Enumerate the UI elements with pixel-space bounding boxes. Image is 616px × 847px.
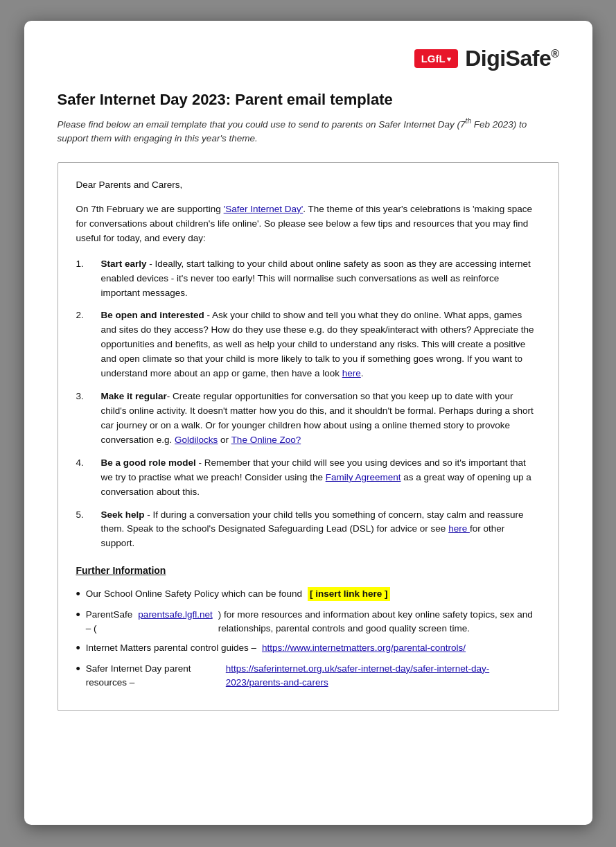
list-text-2b: .	[361, 368, 364, 378]
list-item-2: 2. Be open and interested - Ask your chi…	[76, 308, 540, 381]
list-num-2: 2.	[76, 308, 101, 323]
list-item-3: 3. Make it regular- Create regular oppor…	[76, 390, 540, 448]
internet-matters-link[interactable]: https://www.internetmatters.org/parental…	[262, 641, 466, 655]
goldilocks-link[interactable]: Goldilocks	[175, 435, 218, 445]
page-title: Safer Internet Day 2023: Parent email te…	[58, 91, 559, 109]
bullet-text-2a: ParentSafe – (	[86, 608, 133, 636]
email-box: Dear Parents and Carers, On 7th February…	[58, 162, 559, 711]
list-bold-4: Be a good role model	[101, 457, 196, 468]
page: LGfL♥ DigiSafe® Safer Internet Day 2023:…	[24, 21, 592, 825]
list-num-3: 3.	[76, 390, 101, 404]
list-item-1: 1. Start early - Ideally, start talking …	[76, 257, 540, 301]
list-content-3: Make it regular- Create regular opportun…	[101, 390, 540, 448]
bullet-text-1a: Our School Online Safety Policy which ca…	[86, 587, 302, 601]
list-content-4: Be a good role model - Remember that you…	[101, 456, 540, 500]
lgfl-heart-icon: ♥	[447, 55, 452, 63]
here-link-5[interactable]: here	[448, 523, 470, 534]
bullet-item-1: Our School Online Safety Policy which ca…	[76, 587, 540, 602]
further-info-title: Further Information	[76, 564, 540, 579]
bullet-item-2: ParentSafe – (parentsafe.lgfl.net) for m…	[76, 608, 540, 636]
list-bold-1: Start early	[101, 259, 147, 269]
list-item-4: 4. Be a good role model - Remember that …	[76, 456, 540, 500]
digisafe-text: DigiSafe	[465, 46, 551, 71]
safer-internet-day-resources-link[interactable]: https://saferinternet.org.uk/safer-inter…	[226, 662, 540, 690]
list-content-1: Start early - Ideally, start talking to …	[101, 257, 540, 301]
subtitle-text-1: Please find below an email template that…	[58, 119, 466, 130]
digisafe-logo: DigiSafe®	[465, 46, 558, 71]
list-num-1: 1.	[76, 257, 101, 272]
digisafe-reg: ®	[551, 48, 558, 60]
insert-link-highlight: [ insert link here ]	[308, 587, 390, 601]
list-bold-3: Make it regular	[101, 391, 167, 401]
bullet-text-4a: Safer Internet Day parent resources –	[86, 662, 220, 690]
online-zoo-link[interactable]: The Online Zoo?	[231, 435, 301, 445]
list-content-2: Be open and interested - Ask your child …	[101, 308, 540, 381]
bullet-text-3a: Internet Matters parental control guides…	[86, 641, 256, 655]
numbered-list: 1. Start early - Ideally, start talking …	[76, 257, 540, 552]
email-greeting: Dear Parents and Carers,	[76, 178, 540, 193]
list-num-4: 4.	[76, 456, 101, 471]
bullet-item-4: Safer Internet Day parent resources – ht…	[76, 662, 540, 690]
list-bold-5: Seek help	[101, 509, 145, 520]
bullet-list: Our School Online Safety Policy which ca…	[76, 587, 540, 690]
list-content-5: Seek help - If during a conversation you…	[101, 508, 540, 552]
lgfl-text: LGfL	[421, 53, 446, 64]
safer-internet-day-link[interactable]: 'Safer Internet Day'	[224, 204, 303, 214]
parentsafe-link[interactable]: parentsafe.lgfl.net	[138, 608, 212, 622]
lgfl-logo: LGfL♥	[414, 49, 459, 68]
list-num-5: 5.	[76, 508, 101, 523]
list-bold-2: Be open and interested	[101, 310, 204, 320]
family-agreement-link[interactable]: Family Agreement	[326, 472, 401, 482]
page-subtitle: Please find below an email template that…	[58, 116, 559, 146]
header: LGfL♥ DigiSafe®	[58, 46, 559, 71]
bullet-item-3: Internet Matters parental control guides…	[76, 641, 540, 656]
here-link-2[interactable]: here	[342, 368, 361, 378]
subtitle-sup: th	[466, 117, 471, 125]
list-item-5: 5. Seek help - If during a conversation …	[76, 508, 540, 552]
list-text-1: - Ideally, start talking to your child a…	[101, 259, 531, 298]
list-text-3b: or	[218, 435, 231, 445]
email-intro: On 7th February we are supporting 'Safer…	[76, 202, 540, 246]
bullet-text-2b: ) for more resources and information abo…	[218, 608, 540, 636]
intro-pre: On 7th February we are supporting	[76, 204, 224, 214]
